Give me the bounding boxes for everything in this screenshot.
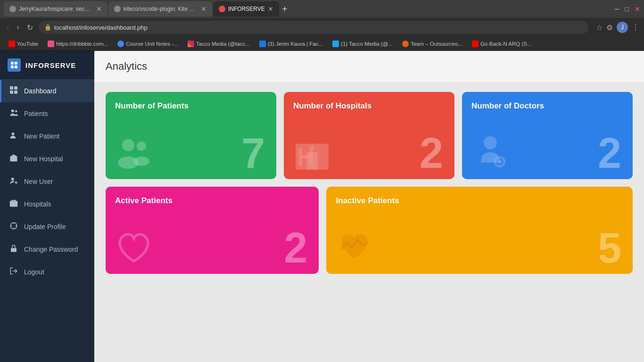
tab-2-favicon [114, 6, 121, 12]
sidebar-item-new-hospital[interactable]: New Hospital [0, 148, 94, 170]
bookmark-tw-label: (1) Tacco Media (@... [341, 41, 393, 47]
card-inactive-title: Inactive Patients [336, 196, 623, 206]
new-hospital-icon [9, 154, 18, 164]
patients-icon [9, 108, 18, 119]
bookmarks-bar: YouTube https://dribbble.com... Course U… [0, 37, 644, 51]
cards-grid: Number of Patients 7 Number of Hospitals [94, 82, 644, 283]
tab-bar: JerryKaura/hospicare: second ye... ✕ kit… [0, 0, 644, 18]
analytics-header: Analytics [94, 51, 644, 82]
sidebar-item-hospitals[interactable]: Hospitals [0, 193, 94, 215]
card-active: Active Patients 2 [106, 187, 319, 274]
dribbble-favicon [48, 41, 54, 47]
cards-row-2: Active Patients 2 Inactive Patients [106, 187, 633, 274]
sidebar-item-change-password[interactable]: Change Password [0, 238, 94, 261]
svg-point-9 [15, 110, 17, 113]
sidebar-item-patients[interactable]: Patients [0, 102, 94, 125]
svg-rect-3 [15, 66, 17, 68]
svg-rect-12 [13, 159, 15, 162]
star-icon[interactable]: ☆ [596, 23, 603, 32]
sidebar-logo: INFORSERVE [0, 51, 94, 80]
svg-rect-4 [10, 86, 13, 90]
extensions-icon[interactable]: ⚙ [606, 23, 613, 32]
bookmark-dribbble[interactable]: https://dribbble.com... [44, 40, 112, 48]
sidebar-item-new-user[interactable]: New User [0, 170, 94, 193]
sidebar-item-new-patient[interactable]: New Patient [0, 125, 94, 148]
bookmark-dribbble-label: https://dribbble.com... [56, 41, 108, 47]
card-patients: Number of Patients 7 [106, 92, 276, 179]
sidebar-item-update-profile[interactable]: Update Profile [0, 215, 94, 238]
card-doctors: Number of Doctors 2 [462, 92, 633, 179]
tab-2[interactable]: kiteco/vscode-plugin: Kite Autoc... ✕ [108, 1, 212, 16]
sidebar-item-dashboard[interactable]: Dashboard [0, 80, 94, 102]
logout-label: Logout [24, 268, 44, 276]
tab-3[interactable]: INFORSERVE ✕ [213, 1, 279, 16]
card-hospitals-title: Number of Hospitals [293, 101, 445, 111]
menu-icon[interactable]: ⋮ [632, 23, 639, 32]
bookmark-course-label: Course Unit Notes -... [126, 41, 178, 47]
browser-window: JerryKaura/hospicare: second ye... ✕ kit… [0, 0, 644, 362]
new-tab-button[interactable]: + [282, 4, 288, 15]
svg-rect-21 [16, 203, 17, 204]
dashboard-icon [9, 86, 18, 96]
bookmark-fb-label: (3) Jerim Kaura | Fac... [268, 41, 323, 47]
new-user-label: New User [24, 178, 53, 185]
tab-1-favicon [9, 6, 16, 12]
card-inactive-value: 5 [598, 227, 621, 269]
svg-point-15 [11, 178, 14, 181]
tab-1[interactable]: JerryKaura/hospicare: second ye... ✕ [4, 1, 107, 16]
tab-2-close[interactable]: ✕ [201, 5, 206, 13]
new-hospital-label: New Hospital [24, 155, 63, 163]
bookmark-goback[interactable]: Go-Back-N ARQ (S... [468, 40, 536, 48]
svg-rect-0 [11, 62, 14, 65]
url-text: localhost/infoserve/dashboard.php [54, 24, 583, 31]
change-password-icon [9, 244, 18, 255]
sidebar: INFORSERVE Dashboard [0, 51, 94, 362]
analytics-title: Analytics [106, 60, 633, 73]
svg-rect-6 [10, 90, 13, 94]
svg-point-25 [122, 139, 134, 151]
change-password-label: Change Password [24, 246, 78, 253]
bookmark-youtube[interactable]: YouTube [5, 40, 42, 48]
address-bar: ‹ › ↻ 🔒 localhost/infoserve/dashboard.ph… [0, 18, 644, 37]
bookmark-team-label: Team – Outsourceo... [411, 41, 462, 47]
svg-rect-2 [11, 66, 14, 68]
sidebar-item-logout[interactable]: Logout [0, 261, 94, 283]
card-doctors-value: 2 [598, 132, 621, 174]
forward-button[interactable]: › [15, 21, 21, 33]
main-content: Analytics Number of Patients 7 [94, 51, 644, 362]
back-button[interactable]: ‹ [5, 21, 11, 33]
maximize-button[interactable]: □ [625, 5, 629, 13]
card-inactive: Inactive Patients 5 [326, 187, 633, 274]
reload-button[interactable]: ↻ [25, 21, 35, 34]
insta-favicon [188, 41, 194, 47]
profile-icon[interactable]: J [617, 22, 628, 33]
close-button[interactable]: ✕ [635, 5, 640, 13]
svg-point-10 [12, 132, 15, 135]
svg-rect-7 [14, 90, 17, 94]
logo-text: INFORSERVE [25, 61, 76, 69]
hospitals-label: Hospitals [24, 200, 51, 208]
bookmark-facebook[interactable]: (3) Jerim Kaura | Fac... [256, 40, 327, 48]
minimize-button[interactable]: ─ [615, 5, 619, 13]
card-active-value: 2 [284, 227, 307, 269]
new-user-icon [9, 176, 18, 187]
update-profile-label: Update Profile [24, 223, 66, 230]
youtube-favicon [8, 41, 15, 47]
bookmark-twitter[interactable]: (1) Tacco Media (@... [329, 40, 396, 48]
bookmark-course[interactable]: Course Unit Notes -... [114, 40, 182, 48]
cards-row-1: Number of Patients 7 Number of Hospitals [106, 92, 633, 179]
logo-icon [8, 58, 21, 72]
tab-3-close[interactable]: ✕ [268, 5, 273, 13]
bookmark-insta-label: Tacco Media (@tacc... [196, 41, 250, 47]
card-hospitals-value: 2 [420, 132, 443, 174]
tab-1-close[interactable]: ✕ [96, 5, 102, 13]
tab-1-title: JerryKaura/hospicare: second ye... [19, 6, 93, 12]
bookmark-tacco-insta[interactable]: Tacco Media (@tacc... [184, 40, 254, 48]
svg-point-8 [11, 109, 14, 112]
svg-rect-20 [11, 203, 12, 204]
bookmark-team[interactable]: Team – Outsourceo... [398, 40, 466, 48]
url-bar[interactable]: 🔒 localhost/infoserve/dashboard.php [39, 21, 588, 34]
tw-favicon [332, 41, 339, 47]
patients-label: Patients [24, 110, 48, 117]
patients-card-icon [115, 134, 153, 172]
